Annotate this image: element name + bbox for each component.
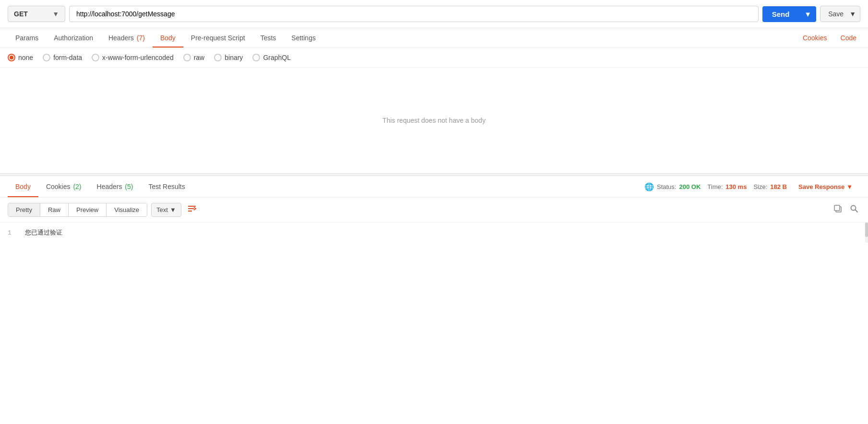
radio-none-circle (8, 54, 15, 61)
radio-urlencoded-circle (92, 54, 99, 61)
radio-raw[interactable]: raw (183, 54, 205, 61)
size-value: 182 B (770, 183, 787, 190)
radio-binary-circle (214, 54, 222, 61)
radio-graphql-circle (252, 54, 260, 61)
time-label: Time: (707, 183, 723, 190)
tab-tests[interactable]: Tests (253, 28, 284, 47)
cookies-badge: (2) (73, 183, 81, 190)
response-tabs: Body Cookies (2) Headers (5) Test Result… (0, 176, 868, 198)
request-bar: GET ▼ Send ▼ Save ▼ (0, 0, 868, 28)
radio-raw-circle (183, 54, 191, 61)
globe-icon: 🌐 (644, 182, 654, 191)
response-body: 1 您已通过验证 (0, 223, 868, 243)
tab-params[interactable]: Params (8, 28, 46, 47)
url-input[interactable] (69, 6, 759, 22)
tab-authorization[interactable]: Authorization (46, 28, 101, 47)
wrap-icon[interactable] (187, 204, 197, 216)
send-label: Send (772, 10, 796, 18)
radio-form-data[interactable]: form-data (43, 54, 82, 61)
svg-line-6 (856, 210, 858, 212)
radio-graphql[interactable]: GraphQL (252, 54, 291, 61)
method-chevron-icon: ▼ (52, 10, 59, 18)
tab-settings[interactable]: Settings (284, 28, 323, 47)
save-label: Save (828, 10, 844, 18)
save-response-chevron-icon: ▼ (846, 183, 853, 190)
radio-none[interactable]: none (8, 54, 33, 61)
tab-body[interactable]: Body (153, 28, 183, 47)
format-tabs: Pretty Raw Preview Visualize (8, 203, 147, 217)
text-format-select[interactable]: Text ▼ (151, 203, 181, 217)
response-tab-test-results[interactable]: Test Results (141, 176, 192, 197)
response-content: 您已通过验证 (25, 229, 62, 236)
request-tabs: Params Authorization Headers (7) Body Pr… (0, 28, 868, 48)
svg-rect-4 (834, 205, 840, 211)
method-label: GET (14, 10, 28, 18)
save-button[interactable]: Save ▼ (820, 6, 860, 22)
send-chevron-icon[interactable]: ▼ (799, 10, 816, 18)
code-link[interactable]: Code (837, 28, 860, 47)
save-response-button[interactable]: Save Response ▼ (791, 183, 860, 190)
text-format-chevron-icon: ▼ (170, 206, 176, 213)
copy-icon[interactable] (832, 202, 844, 217)
line-number: 1 (8, 229, 21, 236)
status-value: 200 OK (679, 183, 701, 190)
scrollbar-thumb[interactable] (865, 223, 868, 237)
format-tab-visualize[interactable]: Visualize (107, 203, 147, 216)
save-chevron-icon[interactable]: ▼ (845, 10, 860, 18)
scrollbar[interactable] (865, 223, 868, 243)
radio-form-data-circle (43, 54, 50, 61)
tab-headers[interactable]: Headers (7) (101, 28, 153, 47)
resp-headers-badge: (5) (125, 183, 133, 190)
headers-badge: (7) (137, 34, 145, 42)
response-tab-headers[interactable]: Headers (5) (89, 176, 141, 197)
send-button[interactable]: Send ▼ (762, 6, 817, 22)
size-label: Size: (753, 183, 767, 190)
search-icon[interactable] (848, 202, 860, 217)
format-tab-pretty[interactable]: Pretty (8, 203, 40, 216)
tab-pre-request-script[interactable]: Pre-request Script (183, 28, 253, 47)
radio-binary[interactable]: binary (214, 54, 243, 61)
response-tab-body[interactable]: Body (8, 176, 38, 197)
response-tab-cookies[interactable]: Cookies (2) (38, 176, 89, 197)
status-label: Status: (657, 183, 676, 190)
cookies-link[interactable]: Cookies (799, 28, 831, 47)
body-options: none form-data x-www-form-urlencoded raw… (0, 48, 868, 68)
response-meta: 🌐 Status: 200 OK Time: 130 ms Size: 182 … (641, 182, 791, 191)
format-tab-preview[interactable]: Preview (69, 203, 107, 216)
no-body-message: This request does not have a body (0, 68, 868, 173)
format-tab-raw[interactable]: Raw (40, 203, 69, 216)
radio-urlencoded[interactable]: x-www-form-urlencoded (92, 54, 174, 61)
time-value: 130 ms (725, 183, 747, 190)
method-select[interactable]: GET ▼ (8, 6, 65, 22)
response-toolbar: Pretty Raw Preview Visualize Text ▼ (0, 198, 868, 223)
